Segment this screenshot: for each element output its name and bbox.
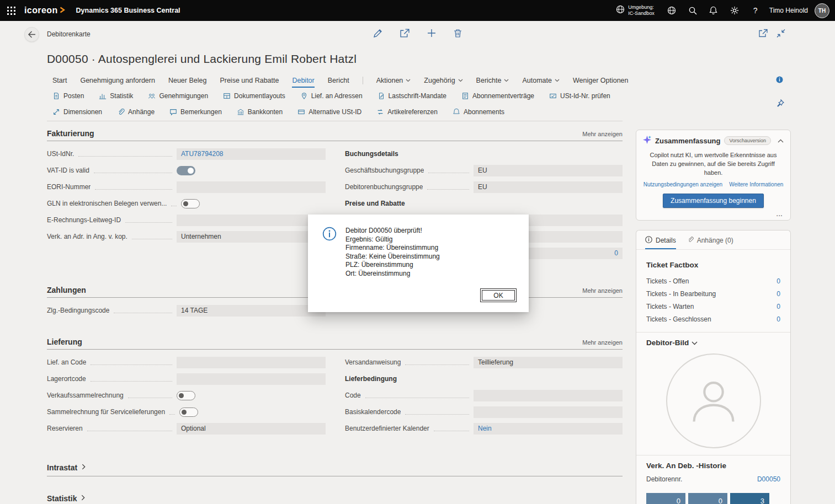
action-statistik[interactable]: Statistik [99, 92, 133, 100]
action-artikelreferenzen[interactable]: Artikelreferenzen [376, 108, 438, 116]
show-more-link[interactable]: Mehr anzeigen [582, 131, 623, 137]
menu-item-debitor[interactable]: Debitor [292, 73, 314, 88]
pin-icon[interactable] [776, 99, 784, 109]
ok-button[interactable]: OK [480, 288, 517, 302]
lief-an-code-field[interactable] [177, 357, 326, 368]
notifications-bell-icon[interactable] [704, 0, 723, 21]
action-abonnementvertraege[interactable]: Abonnementverträge [461, 92, 534, 100]
section-title[interactable]: Lieferung [47, 337, 82, 346]
breadcrumb[interactable]: Debitorenkarte [47, 30, 91, 38]
field-row: VAT-ID is valid [47, 162, 326, 179]
geschaeftsbuchungsgruppe-field[interactable]: EU [474, 165, 623, 176]
tab-anhaenge[interactable]: Anhänge (0) [687, 236, 733, 249]
action-dimensionen[interactable]: Dimensionen [52, 108, 102, 116]
settings-gear-icon[interactable] [725, 0, 744, 21]
tab-details[interactable]: Details [645, 236, 676, 249]
action-posten[interactable]: Posten [52, 92, 84, 100]
help-icon[interactable]: ? [746, 0, 765, 21]
gln-toggle[interactable] [181, 199, 200, 208]
ust-idnr-field[interactable]: ATU78794208 [177, 148, 326, 160]
menu-item-aktionen[interactable]: Aktionen [376, 73, 411, 88]
lieferbedingung-code-field[interactable] [474, 390, 623, 401]
menu-item-neuer-beleg[interactable]: Neuer Beleg [168, 73, 207, 88]
cue-tile[interactable]: 0 [646, 493, 685, 504]
new-plus-icon[interactable] [427, 29, 436, 40]
action-alternative-ustid[interactable]: Alternative USt-ID [297, 108, 361, 116]
ticket-count[interactable]: 0 [777, 315, 780, 323]
info-icon[interactable] [776, 76, 783, 85]
menu-item-automate[interactable]: Automate [522, 73, 560, 88]
field-row: E-Rechnungs-Leitweg-ID [47, 212, 326, 228]
menu-item-zugehoerig[interactable]: Zugehörig [424, 73, 462, 88]
action-ustid-pruefen[interactable]: USt-Id-Nr. prüfen [549, 92, 610, 100]
dotted-leader [87, 426, 172, 431]
zlg-bedingungscode-field[interactable]: 14 TAGE [177, 305, 326, 317]
popout-icon[interactable] [759, 29, 768, 40]
action-anhaenge[interactable]: Anhänge [117, 108, 155, 116]
section-statistik[interactable]: Statistik [47, 494, 623, 504]
vat-id-valid-toggle[interactable] [177, 166, 195, 175]
start-summary-button[interactable]: Zusammenfassung beginnen [663, 194, 764, 208]
menu-item-weniger-optionen[interactable]: Weniger Optionen [573, 73, 629, 88]
ticket-count[interactable]: 0 [777, 290, 780, 298]
ticket-count[interactable]: 0 [777, 303, 780, 310]
chevron-up-icon[interactable] [778, 139, 784, 143]
sammelrechnung-service-toggle[interactable] [179, 408, 198, 417]
chevron-down-icon [555, 79, 560, 82]
edit-pencil-icon[interactable] [373, 29, 382, 40]
basiskalendercode-field[interactable] [474, 406, 623, 418]
user-avatar[interactable]: TH [815, 3, 829, 18]
terms-link[interactable]: Nutzungsbedingungen anzeigen [643, 181, 722, 187]
cue-tile[interactable]: 0 [688, 493, 727, 504]
lagerortcode-field[interactable] [177, 373, 326, 385]
action-dokumentlayouts[interactable]: Dokumentlayouts [223, 92, 285, 100]
app-title[interactable]: Dynamics 365 Business Central [76, 7, 180, 14]
leitweg-field[interactable] [177, 215, 326, 226]
cue-tile[interactable]: 3 [730, 493, 769, 504]
topbar: icoreon Dynamics 365 Business Central Um… [0, 0, 835, 21]
versandanweisung-field[interactable]: Teillieferung [474, 357, 623, 368]
field-label: Zlg.-Bedingungscode [47, 307, 109, 314]
back-button[interactable] [24, 27, 39, 42]
verkaufssammelrechnung-toggle[interactable] [177, 391, 195, 400]
show-more-link[interactable]: Mehr anzeigen [582, 339, 623, 346]
eori-field[interactable] [177, 181, 326, 193]
menu-item-berichte[interactable]: Berichte [476, 73, 509, 88]
more-options-ellipsis[interactable]: ... [643, 208, 784, 217]
ticket-count[interactable]: 0 [777, 277, 780, 285]
action-lief-an-adressen[interactable]: Lief. an Adressen [300, 92, 363, 100]
action-bankkonten[interactable]: Bankkonten [237, 108, 283, 116]
action-genehmigungen[interactable]: Genehmigungen [148, 92, 208, 100]
reservieren-field[interactable]: Optional [177, 423, 326, 435]
customer-picture-placeholder[interactable] [666, 353, 761, 448]
more-info-link[interactable]: Weitere Informationen [729, 181, 783, 187]
action-abonnements[interactable]: Abonnements [453, 108, 504, 116]
action-bemerkungen[interactable]: Bemerkungen [169, 108, 222, 116]
bank-icon [237, 108, 244, 116]
field-label: Reservieren [47, 425, 83, 432]
menu-item-genehmigung-anfordern[interactable]: Genehmigung anfordern [80, 73, 155, 88]
menu-item-preise-und-rabatte[interactable]: Preise und Rabatte [220, 73, 279, 88]
section-title[interactable]: Fakturierung [47, 129, 94, 138]
debitor-bild-heading[interactable]: Debitor-Bild [646, 339, 780, 347]
delete-trash-icon[interactable] [454, 29, 462, 40]
section-title[interactable]: Zahlungen [47, 286, 86, 294]
debitorenbuchungsgruppe-field[interactable]: EU [474, 181, 623, 193]
menu-item-start[interactable]: Start [52, 73, 67, 88]
verk-adr-field[interactable]: Unternehmen [177, 231, 326, 243]
globe-icon[interactable] [662, 0, 681, 21]
section-intrastat[interactable]: Intrastat [47, 463, 623, 476]
divider [636, 332, 790, 333]
environment-indicator[interactable]: Umgebung: IC-Sandbox [610, 4, 660, 17]
menu-item-bericht[interactable]: Bericht [328, 73, 349, 88]
debitorennr-value[interactable]: D00050 [757, 475, 780, 483]
search-icon[interactable] [683, 0, 702, 21]
benutzerdefinierter-kalender-field[interactable]: Nein [474, 423, 623, 435]
show-more-link[interactable]: Mehr anzeigen [582, 287, 623, 294]
collapse-icon[interactable] [777, 29, 785, 40]
app-launcher-icon[interactable] [0, 0, 22, 21]
user-name[interactable]: Timo Heinold [767, 7, 812, 14]
document-icon [52, 92, 60, 100]
action-lastschrift-mandate[interactable]: Lastschrift-Mandate [377, 92, 446, 100]
share-icon[interactable] [400, 29, 409, 40]
